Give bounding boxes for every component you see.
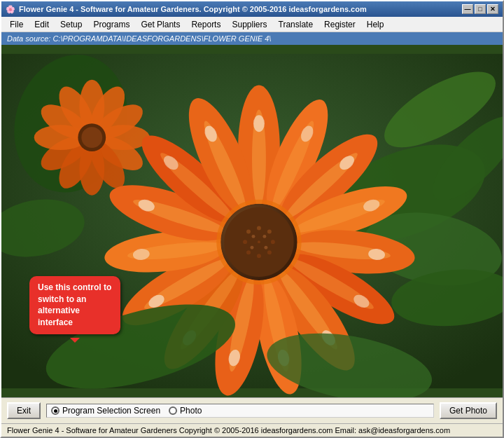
bottom-controls: Exit Program Selection Screen Photo Get … — [1, 397, 503, 423]
exit-button[interactable]: Exit — [7, 402, 41, 419]
menu-suppliers[interactable]: Suppliers — [226, 18, 272, 31]
svg-point-58 — [246, 250, 251, 254]
menu-register[interactable]: Register — [318, 18, 361, 31]
svg-point-64 — [258, 240, 260, 243]
menu-programs[interactable]: Programs — [88, 18, 135, 31]
svg-point-55 — [271, 240, 275, 244]
close-button[interactable]: ✕ — [487, 4, 498, 14]
radio-circle-photo — [169, 406, 177, 415]
menu-edit[interactable]: Edit — [29, 18, 55, 31]
main-window: 🌸 Flower Genie 4 - Software for Amateur … — [0, 0, 504, 438]
radio-program-label: Program Selection Screen — [62, 406, 160, 416]
menu-file[interactable]: File — [4, 18, 29, 31]
minimize-button[interactable]: — — [462, 4, 473, 14]
menu-help[interactable]: Help — [361, 18, 390, 31]
data-source-text: Data source: C:\PROGRAMDATA\IDEASFORGARD… — [7, 34, 271, 43]
svg-point-59 — [243, 240, 247, 244]
title-bar-controls: — □ ✕ — [462, 4, 498, 14]
app-icon: 🌸 — [6, 5, 15, 14]
flower-illustration — [1, 45, 503, 397]
menu-get-plants[interactable]: Get Plants — [135, 18, 186, 31]
svg-point-63 — [251, 246, 254, 249]
menu-setup[interactable]: Setup — [55, 18, 88, 31]
svg-point-61 — [262, 235, 266, 238]
radio-circle-program — [51, 406, 59, 415]
status-text: Flower Genie 4 - Software for Amateur Ga… — [7, 426, 450, 434]
data-source-bar: Data source: C:\PROGRAMDATA\IDEASFORGARD… — [1, 32, 503, 45]
window-title: Flower Genie 4 - Software for Amateur Ga… — [19, 5, 367, 13]
svg-point-19 — [81, 127, 102, 148]
menu-reports[interactable]: Reports — [186, 18, 226, 31]
svg-point-60 — [252, 235, 255, 238]
status-bar: Flower Genie 4 - Software for Amateur Ga… — [1, 423, 503, 437]
svg-point-62 — [264, 246, 267, 249]
svg-point-56 — [267, 250, 272, 254]
svg-point-54 — [267, 229, 272, 233]
svg-point-53 — [257, 226, 261, 230]
svg-point-66 — [253, 115, 265, 132]
get-photo-button[interactable]: Get Photo — [440, 402, 497, 419]
maximize-button[interactable]: □ — [475, 4, 486, 14]
radio-group: Program Selection Screen Photo — [46, 404, 434, 418]
photo-area: Use this control to switch to an alterna… — [1, 45, 503, 397]
tooltip-text: Use this control to switch to an alterna… — [38, 282, 111, 327]
radio-photo[interactable]: Photo — [169, 406, 202, 416]
radio-program-selection[interactable]: Program Selection Screen — [51, 406, 160, 416]
tooltip-bubble: Use this control to switch to an alterna… — [29, 276, 120, 334]
svg-point-52 — [246, 229, 251, 233]
menu-translate[interactable]: Translate — [273, 18, 319, 31]
title-bar-left: 🌸 Flower Genie 4 - Software for Amateur … — [6, 5, 367, 14]
menu-bar: File Edit Setup Programs Get Plants Repo… — [1, 17, 503, 32]
svg-point-57 — [257, 254, 261, 258]
title-bar: 🌸 Flower Genie 4 - Software for Amateur … — [1, 1, 503, 17]
radio-photo-label: Photo — [180, 406, 202, 416]
